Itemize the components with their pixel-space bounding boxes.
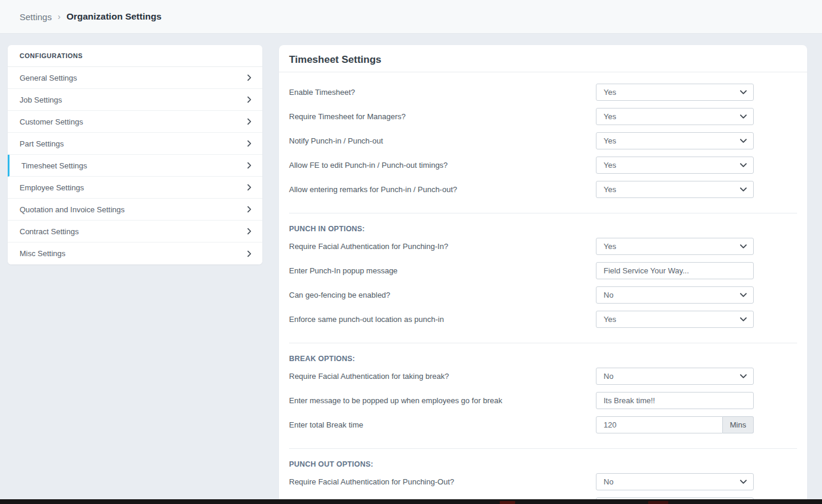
enforce-same-punch-out-location-as-punch-in-select[interactable]: Yes (596, 311, 754, 328)
chevron-right-icon (245, 139, 253, 148)
form-row: Enable Timesheet? Yes (289, 80, 797, 104)
select-value: Yes (604, 112, 616, 121)
chevron-down-icon (739, 315, 748, 324)
chevron-right-icon (245, 227, 253, 235)
panel-title: Timesheet Settings (289, 54, 382, 65)
form-row: Enforce same punch-out location as punch… (289, 307, 797, 331)
field-label: Require Facial Authentication for Punchi… (289, 473, 454, 486)
field-label: Allow entering remarks for Punch-in / Pu… (289, 181, 457, 194)
section-header-punch-in-options: PUNCH IN OPTIONS: (289, 225, 797, 233)
sidebar-item-label: Job Settings (20, 95, 62, 104)
chevron-right-icon (245, 205, 253, 213)
sidebar-item-general-settings[interactable]: General Settings (8, 67, 262, 89)
require-facial-authentication-for-taking-break-select[interactable]: No (596, 368, 754, 385)
section-divider (289, 448, 797, 449)
form-row: Allow entering remarks for Punch-in / Pu… (289, 177, 797, 202)
enter-message-to-be-popped-up-when-employees-go-for-break-input[interactable] (596, 392, 754, 409)
field-label: Notify Punch-in / Punch-out (289, 132, 383, 145)
chevron-right-icon (245, 161, 253, 170)
field-label: Allow FE to edit Punch-in / Punch-out ti… (289, 157, 448, 170)
select-value: No (604, 372, 614, 381)
breadcrumb-settings-link[interactable]: Settings (20, 12, 52, 22)
field-control: Yes (596, 181, 754, 198)
chevron-down-icon (739, 136, 748, 145)
field-label: Enable Timesheet? (289, 84, 355, 97)
page-title: Organization Settings (66, 11, 161, 22)
sidebar-item-customer-settings[interactable]: Customer Settings (8, 111, 262, 133)
field-label: Require Facial Authentication for taking… (289, 368, 449, 381)
sidebar-nav: General Settings Job Settings Customer S… (8, 67, 262, 264)
sidebar-item-label: Misc Settings (20, 249, 65, 258)
sidebar-item-contract-settings[interactable]: Contract Settings (8, 221, 262, 243)
select-value: Yes (604, 185, 616, 194)
sidebar-item-label: Quotation and Invoice Settings (20, 205, 125, 214)
settings-form: Enable Timesheet? Yes Require Timesheet … (279, 72, 807, 504)
form-row: Require Facial Authentication for Punchi… (289, 470, 797, 494)
form-row: Require Facial Authentication for Punchi… (289, 234, 797, 259)
form-row: Notify Punch-in / Punch-out Yes (289, 129, 797, 153)
chevron-down-icon (739, 88, 748, 97)
select-value: Yes (604, 242, 616, 251)
sidebar-item-label: Employee Settings (20, 183, 84, 192)
select-value: Yes (604, 88, 616, 97)
field-control (596, 262, 754, 279)
sidebar-item-label: Timesheet Settings (21, 161, 87, 170)
section-divider (289, 213, 797, 213)
field-label: Require Timesheet for Managers? (289, 108, 406, 121)
require-timesheet-for-managers-select[interactable]: Yes (596, 108, 754, 125)
select-value: Yes (604, 315, 616, 324)
enable-timesheet-select[interactable]: Yes (596, 84, 754, 101)
allow-entering-remarks-for-punch-in-punch-out-select[interactable]: Yes (596, 181, 754, 198)
field-control: No (596, 286, 754, 304)
can-geo-fencing-be-enabled-select[interactable]: No (596, 286, 754, 304)
sidebar-item-employee-settings[interactable]: Employee Settings (8, 177, 262, 199)
select-value: Yes (604, 161, 616, 170)
sidebar-item-label: Part Settings (20, 139, 64, 148)
section-header-break-options: BREAK OPTIONS: (289, 355, 797, 363)
chevron-right-icon (245, 117, 253, 126)
form-row: Enter total Break time Mins (289, 413, 797, 437)
enter-total-break-time-input-group: Mins (596, 416, 754, 433)
allow-fe-to-edit-punch-in-punch-out-timings-select[interactable]: Yes (596, 157, 754, 174)
field-control (596, 392, 754, 409)
form-row: Require Facial Authentication for taking… (289, 364, 797, 388)
chevron-right-icon (245, 95, 253, 104)
topbar: Settings › Organization Settings (0, 0, 822, 34)
chevron-down-icon (739, 477, 748, 486)
field-control: Yes (596, 132, 754, 149)
sidebar-item-misc-settings[interactable]: Misc Settings (8, 243, 262, 264)
settings-panel: Timesheet Settings Enable Timesheet? Yes… (279, 45, 807, 504)
content-area: CONFIGURATIONS General Settings Job Sett… (0, 34, 822, 504)
field-label: Enter message to be popped up when emplo… (289, 392, 502, 405)
sidebar-item-part-settings[interactable]: Part Settings (8, 133, 262, 155)
notify-punch-in-punch-out-select[interactable]: Yes (596, 132, 754, 149)
taskbar-icon-hint (500, 501, 515, 504)
select-value: No (604, 291, 614, 299)
enter-total-break-time-input[interactable] (596, 416, 723, 433)
form-row: Allow FE to edit Punch-in / Punch-out ti… (289, 153, 797, 177)
sidebar-item-quotation-and-invoice-settings[interactable]: Quotation and Invoice Settings (8, 199, 262, 221)
settings-panel-header: Timesheet Settings (279, 45, 807, 72)
require-facial-authentication-for-punching-in-select[interactable]: Yes (596, 238, 754, 255)
field-control: No (596, 473, 754, 490)
sidebar-header-label: CONFIGURATIONS (8, 45, 262, 67)
enter-punch-in-popup-message-input[interactable] (596, 262, 754, 279)
field-label: Enforce same punch-out location as punch… (289, 311, 444, 324)
taskbar-strip (0, 499, 822, 504)
field-control: No (596, 368, 754, 385)
field-control: Mins (596, 416, 754, 433)
sidebar-item-job-settings[interactable]: Job Settings (8, 89, 262, 111)
chevron-right-icon (245, 74, 253, 82)
section-divider (289, 343, 797, 343)
taskbar-icon-hint (648, 501, 668, 504)
chevron-right-icon (245, 250, 253, 258)
chevron-right-icon (245, 183, 253, 192)
field-control: Yes (596, 108, 754, 125)
form-row: Require Timesheet for Managers? Yes (289, 104, 797, 129)
require-facial-authentication-for-punching-out-select[interactable]: No (596, 473, 754, 490)
sidebar-item-timesheet-settings[interactable]: Timesheet Settings (8, 155, 262, 177)
field-label: Enter total Break time (289, 416, 363, 429)
field-control: Yes (596, 311, 754, 328)
chevron-down-icon (739, 291, 748, 299)
chevron-down-icon (739, 185, 748, 194)
